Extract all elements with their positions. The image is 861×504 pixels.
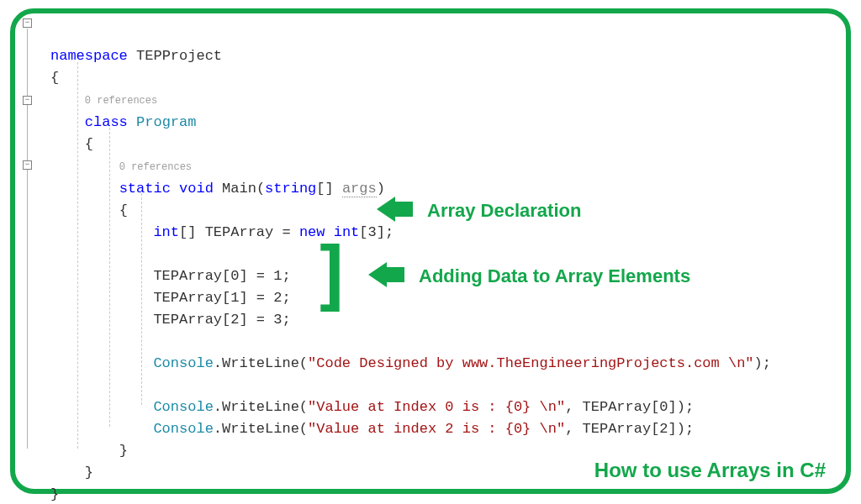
type-name: Console <box>153 355 213 371</box>
string-literal: "Code Designed by www.TheEngineeringProj… <box>308 355 754 371</box>
argument: , TEPArray[2] <box>565 421 677 437</box>
type-name: Console <box>153 421 213 437</box>
op: = <box>273 224 299 240</box>
keyword: static <box>119 181 171 197</box>
paren: ); <box>677 399 694 415</box>
brace: { <box>50 70 59 86</box>
footer-title: How to use Arrays in C# <box>594 459 826 482</box>
indent-guide <box>77 62 78 449</box>
statement: TEPArray[2] = 3; <box>153 312 290 328</box>
method-call: .WriteLine( <box>214 421 308 437</box>
arrow-icon <box>368 262 387 287</box>
array-size: [3]; <box>359 224 394 240</box>
keyword: namespace <box>50 48 128 64</box>
string-literal: "Value at index 2 is : {0} \n" <box>308 421 565 437</box>
param-name: args <box>342 181 377 197</box>
keyword: string <box>265 181 316 197</box>
code-block: namespace TEPProject { 0 references clas… <box>20 24 837 504</box>
indent-guide <box>141 193 142 405</box>
code-frame: namespace TEPProject { 0 references clas… <box>10 8 851 494</box>
method-call: .WriteLine( <box>214 355 308 371</box>
paren: ); <box>754 355 771 371</box>
brace: } <box>119 443 128 459</box>
indent-guide <box>109 128 110 427</box>
brace: { <box>85 136 93 152</box>
method-call: .WriteLine( <box>214 399 308 415</box>
keyword: int <box>153 224 179 240</box>
paren: ); <box>677 421 694 437</box>
brace: { <box>119 202 128 218</box>
paren: ) <box>377 181 385 197</box>
namespace-name: TEPProject <box>136 48 222 64</box>
brace: } <box>85 465 93 480</box>
references-hint: 0 references <box>85 95 157 107</box>
paren: ( <box>256 181 265 197</box>
brace: } <box>50 486 59 502</box>
class-name: Program <box>136 114 196 130</box>
brackets: [] <box>179 224 196 240</box>
type-name: Console <box>153 399 213 415</box>
arrow-icon <box>377 197 395 222</box>
bracket-icon: ] <box>309 242 355 309</box>
arrow-icon <box>394 202 413 217</box>
string-literal: "Value at Index 0 is : {0} \n" <box>308 399 565 415</box>
annotation-adding: Adding Data to Array Elements <box>419 265 690 287</box>
argument: , TEPArray[0] <box>565 399 677 415</box>
statement: TEPArray[0] = 1; <box>153 268 290 284</box>
annotation-declaration: Array Declaration <box>427 200 581 222</box>
method-name: Main <box>222 181 256 197</box>
statement: TEPArray[1] = 2; <box>153 290 290 306</box>
references-hint: 0 references <box>119 161 192 173</box>
keyword: void <box>179 181 214 197</box>
arrow-icon <box>386 267 404 282</box>
keyword: class <box>85 114 128 130</box>
brackets: [] <box>316 181 333 197</box>
var-name: TEPArray <box>205 224 274 240</box>
